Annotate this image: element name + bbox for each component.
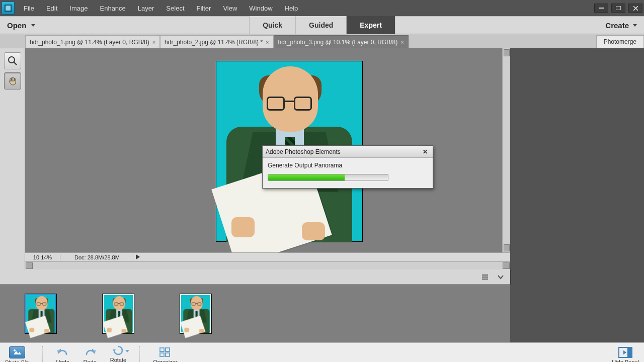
- rotate-button[interactable]: Rotate: [110, 345, 126, 362]
- document-tab-strip: hdr_photo_1.png @ 11.4% (Layer 0, RGB/8)…: [0, 34, 644, 48]
- document-tab-label: hdr_photo_2.jpg @ 11.4% (RGB/8) *: [165, 39, 263, 46]
- document-tab-label: hdr_photo_1.png @ 11.4% (Layer 0, RGB/8): [30, 39, 149, 46]
- redo-label: Redo: [84, 359, 97, 363]
- hide-panel-label: Hide Panel: [612, 359, 639, 363]
- tab-guided[interactable]: Guided: [295, 16, 346, 34]
- photobin-thumbnail[interactable]: [180, 294, 211, 333]
- vertical-scrollbar[interactable]: [502, 48, 510, 252]
- svg-marker-6: [136, 254, 140, 259]
- zoom-tool[interactable]: [4, 52, 21, 69]
- undo-icon: [56, 347, 70, 358]
- status-docsize[interactable]: Doc: 28.8M/28.8M: [60, 254, 134, 260]
- redo-icon: [83, 347, 97, 358]
- svg-rect-1: [616, 6, 621, 10]
- dialog-body: Generate Output Panorama: [263, 158, 433, 188]
- caret-down-icon: [31, 24, 35, 27]
- svg-rect-18: [627, 347, 632, 357]
- status-zoom[interactable]: 10.14%: [25, 254, 60, 260]
- menu-enhance[interactable]: Enhance: [94, 2, 132, 15]
- caret-down-icon: [633, 24, 637, 27]
- tab-expert[interactable]: Expert: [346, 16, 395, 34]
- rotate-label: Rotate: [110, 357, 126, 362]
- title-bar: File Edit Image Enhance Layer Select Fil…: [0, 0, 644, 16]
- create-dropdown[interactable]: Create: [598, 21, 644, 30]
- hide-panel-button[interactable]: Hide Panel: [612, 347, 639, 363]
- close-button[interactable]: [628, 4, 642, 13]
- menu-select[interactable]: Select: [160, 2, 190, 15]
- separator: [42, 346, 43, 363]
- app-icon: [2, 2, 15, 15]
- menu-window[interactable]: Window: [243, 2, 278, 15]
- menu-filter[interactable]: Filter: [191, 2, 217, 15]
- svg-rect-15: [160, 353, 164, 356]
- document-tab[interactable]: hdr_photo_3.png @ 10.1% (Layer 0, RGB/8)…: [274, 35, 409, 48]
- svg-marker-19: [623, 350, 626, 354]
- chevron-down-icon[interactable]: [497, 275, 504, 280]
- document-tab[interactable]: hdr_photo_1.png @ 11.4% (Layer 0, RGB/8)…: [25, 35, 160, 48]
- svg-rect-13: [160, 348, 164, 351]
- photobin-toggle[interactable]: Photo Bin: [5, 346, 29, 363]
- close-icon[interactable]: ×: [266, 39, 269, 45]
- dialog-title: Adobe Photoshop Elements: [266, 148, 341, 155]
- progress-bar: [268, 174, 388, 181]
- dialog-titlebar[interactable]: Adobe Photoshop Elements ✕: [263, 146, 433, 158]
- photobin-thumbnail[interactable]: [103, 294, 134, 333]
- svg-line-5: [14, 62, 17, 65]
- menu-file[interactable]: File: [18, 2, 40, 15]
- right-panel: [510, 48, 644, 269]
- close-icon[interactable]: ×: [400, 39, 404, 45]
- canvas-region: Adobe Photoshop Elements ✕ Generate Outp…: [25, 48, 510, 269]
- magnifier-icon: [8, 56, 18, 66]
- open-label: Open: [7, 21, 26, 30]
- photobin-menu-icon[interactable]: [482, 274, 490, 280]
- menu-view[interactable]: View: [217, 2, 243, 15]
- menu-layer[interactable]: Layer: [132, 2, 160, 15]
- workspace: Adobe Photoshop Elements ✕ Generate Outp…: [0, 48, 644, 269]
- hide-panel-icon: [618, 347, 632, 358]
- progress-dialog: Adobe Photoshop Elements ✕ Generate Outp…: [262, 145, 433, 189]
- create-label: Create: [605, 21, 629, 30]
- document-tab-label: hdr_photo_3.png @ 10.1% (Layer 0, RGB/8): [278, 39, 398, 46]
- caret-down-icon: [125, 350, 129, 352]
- menu-edit[interactable]: Edit: [40, 2, 63, 15]
- svg-rect-0: [599, 8, 604, 9]
- organizer-label: Organizer: [153, 359, 177, 363]
- photobin-thumbnail[interactable]: [25, 294, 56, 333]
- svg-point-4: [9, 57, 15, 63]
- dialog-message: Generate Output Panorama: [268, 162, 428, 169]
- menu-bar: File Edit Image Enhance Layer Select Fil…: [18, 2, 304, 15]
- mode-tabs: Quick Guided Expert: [249, 16, 395, 34]
- options-bar: Open Quick Guided Expert Create: [0, 16, 644, 34]
- photobin-options: [0, 269, 510, 285]
- maximize-button[interactable]: [611, 4, 625, 13]
- organizer-icon: [158, 347, 172, 358]
- redo-button[interactable]: Redo: [83, 347, 97, 363]
- hand-icon: [8, 76, 18, 86]
- window-controls: [593, 3, 644, 14]
- close-icon[interactable]: ×: [152, 39, 155, 45]
- photobin-label: Photo Bin: [5, 359, 29, 363]
- photobin-icon: [9, 346, 25, 358]
- flyout-arrow-icon[interactable]: [136, 254, 142, 260]
- canvas-viewport[interactable]: Adobe Photoshop Elements ✕ Generate Outp…: [25, 48, 510, 252]
- undo-button[interactable]: Undo: [56, 347, 70, 363]
- svg-rect-14: [166, 348, 170, 351]
- dialog-close-button[interactable]: ✕: [421, 148, 430, 156]
- svg-rect-16: [166, 353, 170, 356]
- separator: [139, 346, 140, 363]
- menu-image[interactable]: Image: [63, 2, 94, 15]
- tool-column: [0, 48, 25, 269]
- open-dropdown[interactable]: Open: [0, 21, 42, 30]
- svg-marker-10: [14, 351, 21, 354]
- horizontal-scrollbar[interactable]: [25, 261, 510, 269]
- document-tab[interactable]: hdr_photo_2.jpg @ 11.4% (RGB/8) * ×: [160, 35, 273, 48]
- hand-tool[interactable]: [4, 72, 21, 89]
- bottom-action-bar: Photo Bin Undo Redo Rotate Organizer Hid…: [0, 342, 644, 362]
- organizer-button[interactable]: Organizer: [153, 347, 177, 363]
- menu-help[interactable]: Help: [279, 2, 304, 15]
- svg-marker-12: [113, 349, 116, 352]
- progress-fill: [268, 174, 345, 180]
- panel-tab-photomerge[interactable]: Photomerge: [596, 35, 644, 48]
- tab-quick[interactable]: Quick: [249, 16, 295, 34]
- minimize-button[interactable]: [594, 4, 608, 13]
